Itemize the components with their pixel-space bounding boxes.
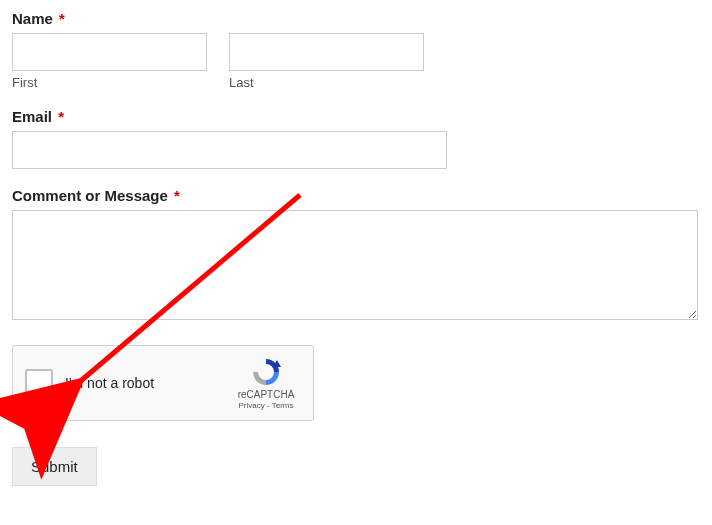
recaptcha-checkbox[interactable] [25,369,53,397]
recaptcha-links: Privacy - Terms [239,401,294,410]
first-name-col: First [12,33,207,90]
email-field: Email * [12,108,700,169]
first-name-sublabel: First [12,75,207,90]
email-input[interactable] [12,131,447,169]
recaptcha-widget: I'm not a robot reCAPTCHA Privacy - Term… [12,345,314,421]
email-label: Email * [12,108,700,125]
last-name-col: Last [229,33,424,90]
last-name-sublabel: Last [229,75,424,90]
first-name-input[interactable] [12,33,207,71]
name-label-text: Name [12,10,53,27]
message-label-text: Comment or Message [12,187,168,204]
recaptcha-link-sep: - [265,401,272,410]
message-label: Comment or Message * [12,187,700,204]
message-textarea[interactable] [12,210,698,320]
recaptcha-terms-link[interactable]: Terms [272,401,294,410]
last-name-input[interactable] [229,33,424,71]
name-field: Name * First Last [12,10,700,90]
name-required-mark: * [59,10,65,27]
name-row: First Last [12,33,700,90]
recaptcha-brand: reCAPTCHA [238,389,295,400]
recaptcha-branding: reCAPTCHA Privacy - Terms [231,356,301,410]
name-label: Name * [12,10,700,27]
recaptcha-text: I'm not a robot [65,375,231,391]
message-required-mark: * [174,187,180,204]
submit-button[interactable]: Submit [12,447,97,486]
email-label-text: Email [12,108,52,125]
message-field: Comment or Message * [12,187,700,323]
email-required-mark: * [58,108,64,125]
recaptcha-logo-icon [250,356,282,388]
recaptcha-privacy-link[interactable]: Privacy [239,401,265,410]
